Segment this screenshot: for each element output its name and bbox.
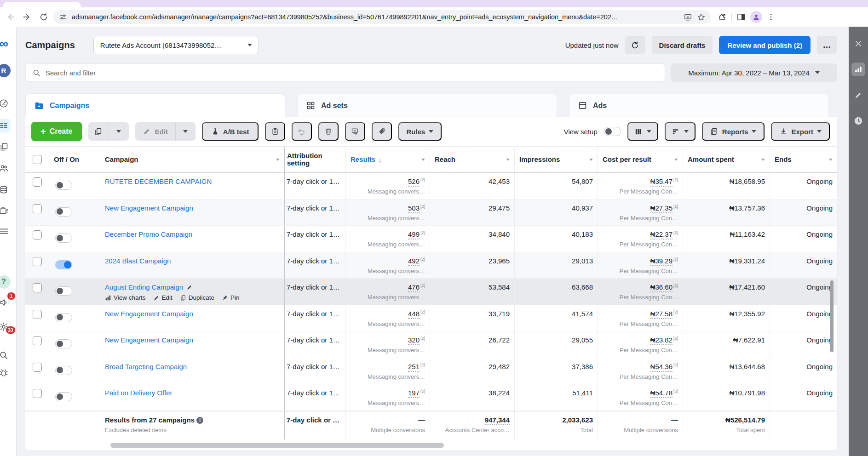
- campaign-toggle[interactable]: [55, 339, 72, 348]
- undo-button[interactable]: [292, 122, 312, 141]
- campaign-link[interactable]: 2024 Blast Campaign: [105, 257, 171, 265]
- campaign-toggle[interactable]: [55, 313, 72, 322]
- account-avatar[interactable]: R: [0, 63, 11, 77]
- audiences-icon[interactable]: [0, 161, 11, 175]
- row-checkbox[interactable]: [33, 283, 42, 292]
- row-checkbox[interactable]: [33, 389, 42, 398]
- install-app-icon[interactable]: [684, 13, 692, 22]
- campaign-link[interactable]: New Engagement Campaign: [105, 204, 193, 212]
- export-button[interactable]: Export: [771, 122, 830, 141]
- col-header-attribution[interactable]: Attribution setting: [284, 147, 345, 172]
- account-overview-icon[interactable]: [0, 97, 11, 110]
- breakdown-button[interactable]: [665, 122, 696, 141]
- row-checkbox[interactable]: [33, 204, 42, 213]
- campaign-link[interactable]: August Ending Campaign: [105, 283, 193, 291]
- reports-button[interactable]: Reports: [702, 122, 765, 141]
- date-range-selector[interactable]: Maximum: Apr 30, 2022 – Mar 13, 2024: [671, 63, 837, 82]
- col-header-impressions[interactable]: Impressions: [514, 147, 598, 172]
- campaign-toggle[interactable]: [55, 181, 72, 190]
- row-checkbox[interactable]: [33, 310, 42, 319]
- view-setup-toggle[interactable]: [604, 127, 621, 136]
- col-header-results[interactable]: Results↓: [345, 147, 430, 172]
- insights-chart-icon[interactable]: [851, 63, 865, 76]
- browser-url-bar[interactable]: adsmanager.facebook.com/adsmanager/manag…: [53, 10, 711, 24]
- row-action-pin[interactable]: Pin: [222, 294, 240, 301]
- campaign-toggle[interactable]: [55, 234, 72, 243]
- row-checkbox[interactable]: [33, 363, 42, 372]
- campaign-link[interactable]: New Engagement Campaign: [105, 310, 193, 318]
- more-options-button[interactable]: …: [817, 36, 837, 54]
- campaign-link[interactable]: RUTETE DECEMBER CAMPAIGN: [105, 177, 212, 185]
- search-filter-bar[interactable]: [25, 63, 665, 82]
- col-header-reach[interactable]: Reach: [430, 147, 514, 172]
- billing-icon[interactable]: [0, 183, 11, 197]
- row-checkbox[interactable]: [33, 177, 42, 187]
- row-action-edit[interactable]: Edit: [153, 294, 172, 301]
- browser-back-icon[interactable]: [4, 10, 17, 24]
- campaign-link[interactable]: December Promo Campaign: [105, 230, 192, 238]
- close-panel-icon[interactable]: [851, 37, 865, 51]
- select-all-checkbox[interactable]: [33, 155, 42, 164]
- row-checkbox[interactable]: [33, 257, 42, 266]
- horizontal-scrollbar-thumb[interactable]: [110, 443, 444, 448]
- side-panel-icon[interactable]: [736, 12, 746, 22]
- all-tools-icon[interactable]: [0, 224, 11, 238]
- campaign-link[interactable]: Broad Targeting Campaign: [105, 363, 187, 370]
- edit-panel-icon[interactable]: [851, 88, 865, 102]
- rules-button[interactable]: Rules: [398, 122, 442, 141]
- columns-button[interactable]: [627, 122, 658, 141]
- refresh-button[interactable]: [625, 36, 645, 54]
- site-settings-icon[interactable]: [59, 13, 67, 21]
- browser-menu-icon[interactable]: [767, 13, 775, 21]
- report-bug-icon[interactable]: [0, 366, 11, 380]
- campaign-toggle[interactable]: [55, 366, 72, 375]
- vertical-scrollbar[interactable]: [830, 280, 834, 352]
- ab-test-button[interactable]: A/B test: [202, 122, 259, 141]
- duplicate-menu-button[interactable]: [109, 122, 129, 141]
- tab-campaigns[interactable]: Campaigns: [25, 94, 285, 117]
- campaign-toggle[interactable]: [55, 207, 72, 217]
- search-nav-icon[interactable]: [0, 348, 11, 362]
- recent-activity-icon[interactable]: [851, 114, 865, 128]
- rename-pencil-icon[interactable]: [186, 284, 193, 291]
- browser-active-tab[interactable]: [3, 2, 81, 7]
- edit-button[interactable]: Edit: [135, 122, 175, 141]
- col-header-amount-spent[interactable]: Amount spent: [683, 147, 770, 172]
- campaign-link[interactable]: Paid on Delivery Offer: [105, 389, 172, 397]
- search-input[interactable]: [46, 69, 658, 77]
- info-icon[interactable]: i: [196, 417, 203, 424]
- campaign-toggle[interactable]: [55, 286, 72, 296]
- extensions-icon[interactable]: [718, 12, 727, 22]
- tag-button[interactable]: [372, 122, 392, 141]
- col-header-cost-per-result[interactable]: Cost per result: [598, 147, 683, 172]
- delete-button[interactable]: [318, 122, 339, 141]
- review-publish-button[interactable]: Review and publish (2): [719, 36, 811, 54]
- duplicate-button[interactable]: [88, 122, 109, 141]
- create-button[interactable]: + Create: [31, 122, 82, 141]
- browser-forward-icon[interactable]: [20, 10, 34, 24]
- campaigns-nav-icon[interactable]: [0, 119, 11, 132]
- edit-menu-button[interactable]: [175, 122, 195, 141]
- ads-reporting-icon[interactable]: [0, 204, 11, 217]
- url-text[interactable]: adsmanager.facebook.com/adsmanager/manag…: [72, 13, 679, 21]
- row-action-duplicate[interactable]: Duplicate: [180, 294, 214, 301]
- row-checkbox[interactable]: [33, 230, 42, 239]
- browser-profile-avatar[interactable]: [750, 11, 762, 23]
- help-icon[interactable]: ?: [0, 275, 11, 289]
- col-header-ends[interactable]: Ends: [770, 147, 837, 172]
- col-header-campaign[interactable]: Campaign: [100, 147, 284, 172]
- campaign-toggle[interactable]: [55, 392, 72, 401]
- meta-logo-icon[interactable]: ∞: [0, 37, 11, 51]
- discard-drafts-button[interactable]: Discard drafts: [652, 36, 713, 54]
- account-selector[interactable]: Rutete Ads Account (6813473998052…: [93, 36, 259, 54]
- pages-icon[interactable]: [0, 140, 11, 154]
- campaign-toggle[interactable]: [55, 260, 72, 269]
- tab-ads[interactable]: Ads: [569, 94, 829, 117]
- campaign-link[interactable]: New Engagement Campaign: [105, 336, 193, 344]
- bookmark-star-icon[interactable]: [697, 13, 706, 22]
- row-action-view-charts[interactable]: View charts: [105, 294, 146, 301]
- export-import-button[interactable]: [345, 122, 365, 141]
- horizontal-scrollbar[interactable]: [25, 443, 837, 448]
- browser-reload-icon[interactable]: [37, 10, 51, 24]
- clipboard-button[interactable]: [265, 122, 285, 141]
